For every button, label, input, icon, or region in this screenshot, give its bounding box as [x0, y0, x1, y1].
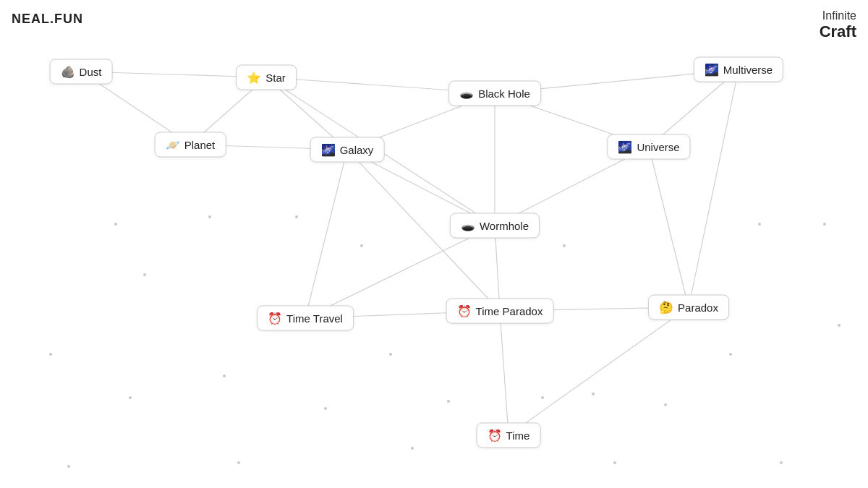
svg-point-40 — [447, 400, 450, 403]
svg-point-46 — [664, 403, 667, 406]
blackhole-emoji: 🕳️ — [459, 87, 474, 100]
node-universe[interactable]: 🌌Universe — [607, 134, 690, 160]
paradox-emoji: 🤔 — [659, 301, 673, 314]
node-dust[interactable]: 🪨Dust — [50, 59, 113, 85]
svg-point-44 — [563, 244, 566, 247]
svg-line-21 — [500, 311, 509, 435]
svg-point-38 — [129, 396, 132, 399]
svg-point-45 — [758, 223, 761, 226]
svg-point-28 — [237, 461, 240, 464]
galaxy-label: Galaxy — [340, 144, 374, 156]
node-galaxy[interactable]: 🌌Galaxy — [310, 137, 385, 163]
svg-point-29 — [324, 407, 327, 410]
star-emoji: ⭐ — [247, 71, 261, 85]
timetravel-emoji: ⏰ — [268, 312, 282, 325]
timetravel-label: Time Travel — [286, 312, 343, 325]
star-label: Star — [265, 72, 286, 84]
node-planet[interactable]: 🪐Planet — [155, 132, 226, 158]
planet-emoji: 🪐 — [166, 138, 180, 152]
svg-point-43 — [360, 244, 363, 247]
svg-point-39 — [541, 396, 544, 399]
node-timetravel[interactable]: ⏰Time Travel — [257, 306, 354, 331]
blackhole-label: Black Hole — [478, 87, 530, 100]
node-blackhole[interactable]: 🕳️Black Hole — [448, 81, 541, 106]
node-timeparadox[interactable]: ⏰Time Paradox — [446, 299, 554, 324]
universe-emoji: 🌌 — [618, 140, 632, 154]
wormhole-label: Wormhole — [480, 220, 529, 232]
node-paradox[interactable]: 🤔Paradox — [648, 295, 729, 320]
svg-point-41 — [208, 215, 211, 218]
planet-label: Planet — [184, 139, 216, 151]
dust-label: Dust — [80, 66, 102, 78]
svg-point-33 — [613, 461, 616, 464]
svg-point-31 — [411, 447, 414, 450]
multiverse-label: Multiverse — [723, 64, 773, 76]
dust-emoji: 🪨 — [61, 65, 75, 79]
svg-line-12 — [305, 150, 347, 318]
timeparadox-emoji: ⏰ — [457, 304, 472, 318]
node-multiverse[interactable]: 🌌Multiverse — [694, 57, 783, 82]
svg-point-34 — [729, 353, 732, 356]
svg-point-42 — [114, 223, 117, 226]
svg-point-37 — [838, 324, 841, 327]
svg-point-25 — [67, 465, 70, 468]
paradox-label: Paradox — [678, 301, 718, 314]
svg-point-30 — [389, 353, 392, 356]
multiverse-emoji: 🌌 — [705, 63, 719, 77]
svg-point-27 — [223, 374, 226, 377]
svg-point-32 — [592, 393, 595, 395]
svg-line-22 — [509, 307, 689, 435]
svg-point-24 — [49, 353, 52, 356]
wormhole-emoji: 🕳️ — [461, 219, 475, 233]
svg-point-36 — [823, 223, 826, 226]
svg-line-16 — [649, 147, 689, 307]
universe-label: Universe — [637, 141, 679, 153]
timeparadox-label: Time Paradox — [476, 305, 543, 317]
time-emoji: ⏰ — [488, 429, 502, 442]
node-wormhole[interactable]: 🕳️Wormhole — [450, 213, 540, 239]
svg-point-26 — [143, 273, 146, 276]
galaxy-emoji: 🌌 — [321, 143, 336, 157]
svg-line-23 — [689, 69, 739, 307]
node-star[interactable]: ⭐Star — [236, 65, 297, 90]
time-label: Time — [506, 429, 530, 442]
node-time[interactable]: ⏰Time — [477, 423, 541, 448]
svg-point-35 — [780, 461, 783, 464]
svg-point-47 — [295, 215, 298, 218]
